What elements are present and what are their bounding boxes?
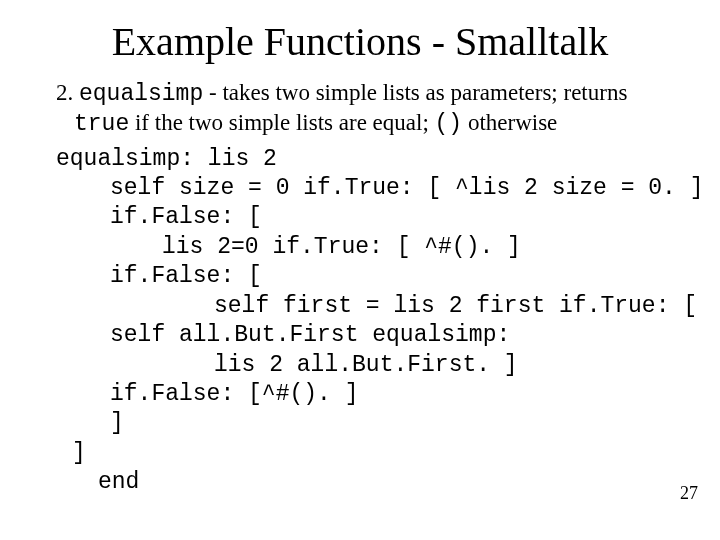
desc-part2: if the two simple lists are equal; — [129, 110, 434, 135]
desc-part1: - takes two simple lists as parameters; … — [203, 80, 627, 105]
code-line: self all.But.First equalsimp: — [56, 321, 680, 350]
slide-title: Example Functions - Smalltalk — [40, 18, 680, 65]
code-block: equalsimp: lis 2 self size = 0 if.True: … — [40, 145, 680, 498]
code-line: ] — [56, 409, 680, 438]
code-line: lis 2 all.But.First. ] — [56, 351, 680, 380]
page-number: 27 — [680, 483, 698, 504]
item-number: 2. — [56, 80, 79, 105]
function-name: equalsimp — [79, 81, 203, 107]
code-line: equalsimp: lis 2 — [56, 145, 680, 174]
slide-body: 2. equalsimp - takes two simple lists as… — [40, 79, 680, 498]
code-line: self size = 0 if.True: [ ^lis 2 size = 0… — [56, 174, 680, 203]
code-line: if.False: [^#(). ] — [56, 380, 680, 409]
desc-part3: otherwise — [462, 110, 557, 135]
literal-empty: () — [435, 111, 463, 137]
code-line: if.False: [ — [56, 262, 680, 291]
literal-true: true — [74, 111, 129, 137]
function-description: 2. equalsimp - takes two simple lists as… — [40, 79, 680, 139]
code-line: lis 2=0 if.True: [ ^#(). ] — [56, 233, 680, 262]
code-line: ] — [56, 439, 680, 468]
code-line: end — [56, 468, 680, 497]
slide: Example Functions - Smalltalk 2. equalsi… — [0, 0, 720, 540]
code-line: if.False: [ — [56, 203, 680, 232]
code-line: self first = lis 2 first if.True: [ — [56, 292, 680, 321]
